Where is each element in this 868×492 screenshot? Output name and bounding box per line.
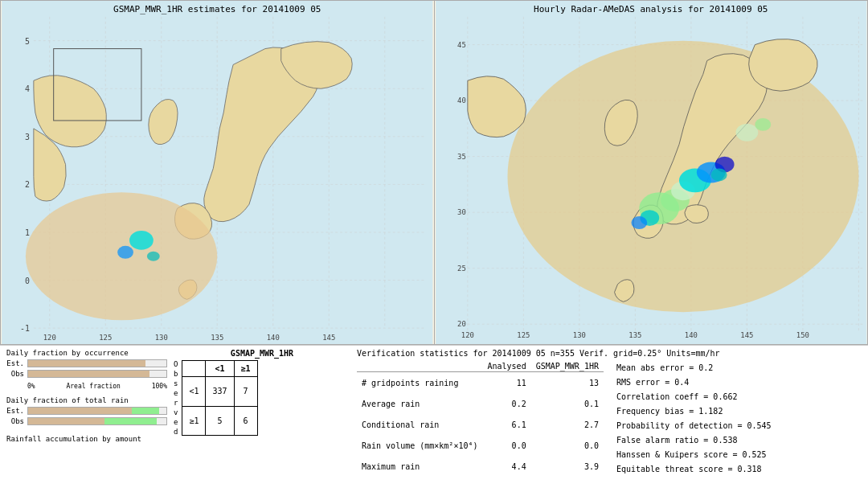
svg-text:125: 125 — [517, 331, 530, 339]
verif-analysed-volume: 0.0 — [483, 435, 531, 456]
svg-text:135: 135 — [211, 334, 223, 342]
contingency-cell-7: 7 — [234, 377, 257, 407]
verif-gsmap-avgrain: 0.1 — [531, 393, 604, 414]
contingency-title: GSMAP_MWR_1HR — [174, 349, 350, 358]
verif-col-analysed: Analysed — [483, 361, 531, 372]
occurrence-axis: 0% Areal fraction 100% — [6, 383, 167, 390]
contingency-row-gte1: ≥1 5 6 — [182, 406, 257, 436]
svg-text:145: 145 — [740, 331, 753, 339]
svg-point-71 — [735, 124, 758, 141]
svg-text:120: 120 — [461, 331, 473, 339]
occurrence-bar-chart: Est. Obs — [6, 359, 167, 378]
contingency-row-lt1: <1 337 7 — [182, 377, 257, 407]
verif-analysed-gridpoints: 11 — [483, 372, 531, 394]
rain-est-fill-tan — [28, 408, 132, 414]
occurrence-obs-bar — [27, 370, 167, 378]
svg-text:125: 125 — [99, 334, 112, 342]
rain-est-row: Est. — [6, 407, 167, 415]
verif-col-empty — [357, 361, 483, 372]
svg-text:2: 2 — [25, 180, 30, 189]
verif-label-maxrain: Maximum rain — [357, 456, 483, 477]
contingency-cell-6: 6 — [234, 406, 257, 436]
svg-point-30 — [117, 246, 133, 259]
right-map-title: Hourly Radar-AMeDAS analysis for 2014100… — [534, 4, 768, 14]
verif-label-gridpoints: # gridpoints raining — [357, 372, 483, 394]
contingency-table: <1 ≥1 <1 337 7 ≥1 5 6 — [182, 360, 257, 436]
obs-label-s: s — [174, 379, 178, 387]
occurrence-est-bar — [27, 359, 167, 367]
occurrence-obs-row: Obs — [6, 370, 167, 378]
left-map-panel: GSMAP_MWR_1HR estimates for 20141009 05 … — [0, 0, 434, 345]
verif-label-volume: Rain volume (mm×km²×10⁴) — [357, 435, 483, 456]
left-map-title: GSMAP_MWR_1HR estimates for 20141009 05 — [113, 4, 321, 14]
rain-bar-chart: Est. Obs — [6, 407, 167, 425]
verif-gsmap-volume: 0.0 — [531, 435, 604, 456]
contingency-col-lt1: <1 — [206, 361, 234, 377]
svg-text:0: 0 — [25, 277, 30, 285]
svg-text:140: 140 — [684, 331, 697, 339]
rain-chart-title: Daily fraction of total rain — [6, 396, 167, 404]
rain-est-fill-green — [132, 408, 159, 414]
occurrence-obs-label: Obs — [6, 370, 24, 378]
svg-point-29 — [129, 231, 154, 250]
score-rms: RMS error = 0.4 — [616, 375, 772, 390]
occurrence-obs-fill — [28, 371, 149, 377]
scores-section: Mean abs error = 0.2 RMS error = 0.4 Cor… — [616, 361, 772, 477]
verif-row-volume: Rain volume (mm×km²×10⁴) 0.0 0.0 — [357, 435, 604, 456]
occurrence-chart-title: Daily fraction by occurrence — [6, 349, 167, 357]
top-row: GSMAP_MWR_1HR estimates for 20141009 05 … — [0, 0, 868, 346]
right-map-panel: Hourly Radar-AMeDAS analysis for 2014100… — [434, 0, 869, 345]
score-correlation: Correlation coeff = 0.662 — [616, 390, 772, 404]
svg-text:30: 30 — [457, 208, 466, 216]
bottom-row: Daily fraction by occurrence Est. Obs 0% — [0, 346, 868, 492]
score-far: False alarm ratio = 0.538 — [616, 433, 772, 448]
score-mean-abs: Mean abs error = 0.2 — [616, 361, 772, 375]
verif-title: Verification statistics for 20141009 05 … — [357, 349, 862, 358]
verif-row-gridpoints: # gridpoints raining 11 13 — [357, 372, 604, 394]
contingency-cell-337: 337 — [206, 377, 234, 407]
verif-table: Analysed GSMAP_MWR_1HR # gridpoints rain… — [357, 361, 604, 477]
verif-col-gsmap: GSMAP_MWR_1HR — [531, 361, 604, 372]
charts-section: Daily fraction by occurrence Est. Obs 0% — [6, 349, 167, 489]
contingency-section: GSMAP_MWR_1HR O b s e r v e d <1 — [174, 349, 350, 489]
svg-text:130: 130 — [572, 331, 585, 339]
svg-text:120: 120 — [43, 334, 56, 342]
verif-label-avgrain: Average rain — [357, 393, 483, 414]
score-pod: Probability of detection = 0.545 — [616, 419, 772, 433]
svg-text:40: 40 — [457, 96, 466, 105]
svg-text:20: 20 — [457, 320, 466, 328]
score-hk: Hanssen & Kuipers score = 0.525 — [616, 448, 772, 462]
verif-analysed-condrain: 6.1 — [483, 414, 531, 435]
contingency-col-gte1: ≥1 — [234, 361, 257, 377]
rain-est-label: Est. — [6, 407, 24, 415]
rain-obs-fill-green — [104, 418, 157, 424]
rain-obs-row: Obs — [6, 417, 167, 425]
svg-text:-1: -1 — [20, 324, 30, 333]
svg-point-70 — [631, 216, 647, 229]
rain-est-bar — [27, 407, 167, 415]
right-map-svg: 45 40 35 30 25 20 120 125 130 135 140 14… — [435, 1, 868, 344]
svg-point-72 — [755, 118, 771, 131]
svg-text:25: 25 — [457, 264, 466, 273]
obs-label-e: e — [174, 389, 178, 397]
left-map-svg: 5 4 3 2 1 0 -1 120 125 130 135 140 145 — [1, 1, 434, 344]
svg-text:1: 1 — [25, 228, 30, 237]
verif-row-condrain: Conditional rain 6.1 2.7 — [357, 414, 604, 435]
obs-label-d: d — [174, 428, 178, 436]
occurrence-est-row: Est. — [6, 359, 167, 367]
verif-gsmap-maxrain: 3.9 — [531, 456, 604, 477]
svg-text:3: 3 — [25, 133, 30, 141]
rain-obs-label: Obs — [6, 417, 24, 425]
verif-row-maxrain: Maximum rain 4.4 3.9 — [357, 456, 604, 477]
occurrence-est-fill — [28, 360, 145, 367]
svg-point-68 — [710, 169, 727, 182]
verif-gsmap-condrain: 2.7 — [531, 414, 604, 435]
svg-text:4: 4 — [25, 84, 30, 93]
rain-obs-fill-tan — [28, 418, 104, 424]
svg-text:45: 45 — [457, 41, 466, 49]
axis-mid: Areal fraction — [66, 383, 120, 390]
verification-section: Verification statistics for 20141009 05 … — [357, 349, 862, 489]
verif-analysed-maxrain: 4.4 — [483, 456, 531, 477]
obs-label-r: r — [174, 399, 178, 407]
verif-row-avgrain: Average rain 0.2 0.1 — [357, 393, 604, 414]
